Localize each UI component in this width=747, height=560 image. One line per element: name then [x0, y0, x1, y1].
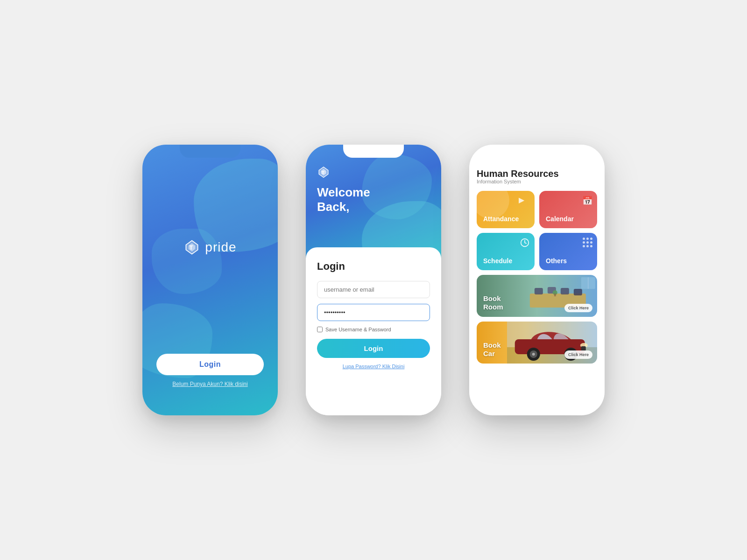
attendance-label: Attandance: [483, 215, 519, 223]
book-room-banner[interactable]: BookRoom Click Here: [477, 275, 597, 317]
forgot-password-link[interactable]: Lupa Password? Klik Disini: [317, 364, 430, 369]
phone-2-welcome-text: WelcomeBack,: [317, 185, 370, 214]
phone-1-register-link[interactable]: Belum Punya Akun? Klik disini: [172, 381, 247, 387]
phones-container: T pride Login Belum Punya Akun? Klik dis…: [142, 145, 605, 415]
calendar-icon: 📅: [582, 196, 592, 206]
password-input[interactable]: [317, 304, 430, 321]
phone-2-login-card: Login Save Username & Password Login Lup…: [306, 247, 441, 415]
remember-label: Save Username & Password: [325, 327, 391, 332]
remember-row: Save Username & Password: [317, 327, 430, 332]
hr-app-title: Human Resources: [477, 168, 597, 179]
svg-rect-11: [574, 289, 582, 295]
menu-grid: ▶ Attandance 📅 Calendar Schedule: [477, 191, 597, 270]
calendar-label: Calendar: [546, 215, 574, 223]
menu-card-others[interactable]: Others: [539, 233, 597, 270]
phone-1-login-button[interactable]: Login: [156, 354, 264, 375]
pride-logo-icon: T: [183, 239, 200, 256]
phone-2-header: T WelcomeBack,: [317, 166, 370, 214]
book-car-label: BookCar: [483, 341, 501, 358]
book-room-label: BookRoom: [483, 294, 503, 311]
phone-1-logo: T pride: [183, 239, 236, 256]
schedule-label: Schedule: [483, 257, 512, 265]
book-room-click-here[interactable]: Click Here: [564, 304, 592, 312]
others-label: Others: [546, 257, 567, 265]
book-car-click-here[interactable]: Click Here: [564, 350, 592, 359]
phone-2-logo-icon: T: [317, 166, 330, 179]
svg-text:T: T: [190, 245, 193, 251]
book-car-banner[interactable]: BookCar Click Here: [477, 322, 597, 364]
hr-app-subtitle: Information System: [477, 179, 597, 184]
svg-rect-8: [535, 288, 543, 294]
svg-text:T: T: [322, 170, 324, 175]
username-input[interactable]: [317, 281, 430, 298]
svg-rect-13: [554, 294, 556, 296]
phone-1-bottom: Login Belum Punya Akun? Klik disini: [142, 354, 278, 387]
others-dots-icon: [583, 238, 592, 247]
phone-1-logo-text: pride: [205, 240, 236, 255]
svg-rect-10: [561, 288, 569, 294]
phone-1-splash: T pride Login Belum Punya Akun? Klik dis…: [142, 145, 278, 415]
phone-3-dashboard: Human Resources Information System ▶ Att…: [469, 145, 605, 415]
phone-3-content: Human Resources Information System ▶ Att…: [469, 161, 605, 415]
login-card-title: Login: [317, 260, 430, 273]
phone-2-login: T WelcomeBack, Login Save Username & Pas…: [306, 145, 441, 415]
remember-checkbox[interactable]: [317, 327, 323, 332]
menu-card-schedule[interactable]: Schedule: [477, 233, 535, 270]
attendance-icon: ▶: [519, 196, 530, 207]
menu-card-calendar[interactable]: 📅 Calendar: [539, 191, 597, 228]
schedule-clock-icon: [520, 238, 530, 248]
menu-card-attendance[interactable]: ▶ Attandance: [477, 191, 535, 228]
svg-point-21: [532, 353, 535, 356]
login-button[interactable]: Login: [317, 339, 430, 358]
